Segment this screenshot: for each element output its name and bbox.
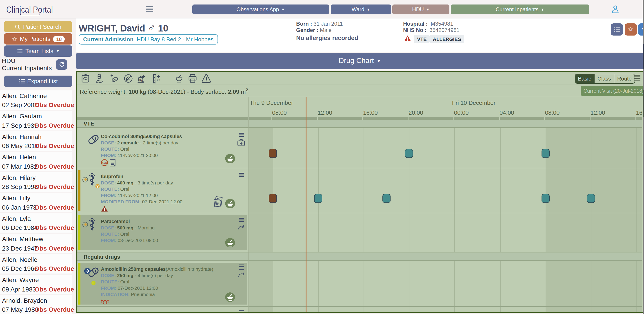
repeat-icon[interactable]	[238, 272, 245, 280]
pharmacy-mortar-icon[interactable]	[225, 154, 235, 165]
given-arrow-badge	[82, 221, 88, 229]
patient-list-status: Obs Overdue	[34, 101, 74, 108]
pharmacy-review-icon[interactable]	[174, 74, 184, 85]
documents-icon[interactable]	[214, 196, 224, 209]
drug-detail-line: DOSE: 2 capsule - 2 time(s) per day	[101, 139, 234, 146]
patient-banner: WRIGHT, David ♂ 10 Current Admission HDU…	[76, 19, 644, 52]
print-icon[interactable]	[188, 74, 197, 85]
patient-list-item[interactable]: Allen, Matthew23 Dec 1947Obs Overdue	[0, 234, 72, 253]
prescription-calendar-icon[interactable]	[81, 74, 90, 85]
dose-due[interactable]	[541, 149, 550, 158]
drug-chart-header[interactable]: Drug Chart▼	[76, 52, 644, 69]
row-menu-icon[interactable]	[239, 264, 244, 271]
patient-list-item[interactable]: Allen, Catherine02 Sep 2002Obs Overdue	[0, 90, 72, 110]
patient-list-name: Allen, Hilary	[2, 174, 36, 181]
patient-list-item[interactable]: Arnold, Brayden07 May 1989Obs Overdue	[0, 295, 72, 314]
drug-detail-line: ROUTE: Oral	[101, 230, 234, 237]
ward-button[interactable]: Ward▼	[331, 5, 391, 15]
patient-list-status: Obs Overdue	[34, 265, 74, 272]
favourite-button[interactable]: ☆	[624, 23, 636, 35]
patient-list-name: Allen, Helen	[2, 153, 36, 161]
patient-list-item[interactable]: Allen, Helen07 Mar 1982Obs Overdue	[0, 152, 72, 171]
patient-list-item[interactable]: Allen, Wayne09 Apr 1983Obs Overdue	[0, 275, 72, 294]
row-menu-icon[interactable]	[239, 172, 244, 178]
time-label: 16:00	[636, 109, 643, 116]
user-icon[interactable]	[611, 5, 619, 15]
chart-menu-icon[interactable]	[634, 75, 640, 82]
time-label: 16:00	[363, 109, 378, 116]
chart-warning-icon[interactable]	[201, 74, 211, 85]
patient-list-name: Allen, Noelle	[2, 256, 37, 263]
expand-list-button[interactable]: Expand List	[4, 76, 72, 87]
patient-list-dob: 09 Apr 1983	[2, 285, 36, 293]
first-aid-kit-icon[interactable]	[237, 139, 245, 148]
dose-due[interactable]	[314, 194, 322, 203]
patient-list-status: Obs Overdue	[34, 204, 74, 211]
priority-stripe	[78, 170, 80, 211]
patient-search-button[interactable]: Patient Search	[4, 21, 72, 32]
pharmacy-mortar-icon[interactable]	[225, 238, 235, 249]
search-icon	[15, 24, 20, 30]
refresh-icon	[59, 62, 64, 68]
hdu-button[interactable]: HDU▼	[392, 5, 450, 15]
dose-due[interactable]	[541, 194, 550, 203]
row-menu-icon[interactable]	[239, 132, 244, 138]
patient-list-item[interactable]: Allen, Lyla06 Dec 1984Obs Overdue	[0, 213, 72, 233]
pharmacy-mortar-icon[interactable]	[225, 292, 235, 304]
view-tab-route[interactable]: Route	[614, 74, 634, 83]
drug-cell[interactable]: ParacetamolDOSE: 500 mg - MorningROUTE: …	[78, 215, 247, 250]
patient-list-status: Obs Overdue	[34, 285, 74, 293]
row-menu-icon[interactable]	[239, 310, 244, 313]
add-height-icon[interactable]: cm	[152, 74, 162, 85]
admission-box[interactable]: Current Admission HDU Bay 8 Bed 2 - Mr H…	[79, 34, 218, 45]
dose-due[interactable]	[405, 149, 413, 158]
patient-list-item[interactable]: Allen, Noelle05 Dec 1966Obs Overdue	[0, 254, 72, 273]
row-menu-icon[interactable]	[239, 217, 244, 223]
repeat-icon[interactable]	[238, 224, 245, 232]
patient-list-item[interactable]: Allen, Gautam17 Sep 1939Obs Overdue	[0, 111, 72, 130]
drug-cell[interactable]: IbuprofenDOSE: 400 mg - 3 time(s) per da…	[78, 170, 247, 211]
svg-text:CD: CD	[102, 161, 107, 165]
patient-list-dob: 17 Sep 1939	[2, 122, 38, 129]
page-scrollbar[interactable]	[643, 0, 644, 314]
patient-list-dob: 23 Dec 1947	[2, 244, 38, 252]
star-icon: ☆	[12, 35, 17, 43]
drug-row: Amoxicillin 250mg capsules(Amoxicillin t…	[76, 261, 642, 307]
patient-list-status: Obs Overdue	[34, 122, 74, 129]
refresh-list-button[interactable]	[56, 59, 67, 70]
note-icon	[110, 159, 115, 168]
patient-list-name: Allen, Wayne	[2, 276, 39, 283]
suspend-medication-icon[interactable]	[123, 74, 133, 85]
pharmacy-mortar-icon[interactable]	[225, 199, 235, 210]
add-weight-icon[interactable]: Kg	[137, 74, 146, 85]
drug-cell[interactable]: Co-codamol 30mg/500mg capsulesDOSE: 2 ca…	[78, 130, 247, 166]
add-medication-icon[interactable]	[110, 74, 118, 85]
dispense-icon[interactable]	[95, 74, 104, 85]
view-tab-basic[interactable]: Basic	[575, 74, 594, 83]
main-menu-icon[interactable]	[146, 6, 153, 12]
top-header: Clinical Portal Observations App▼ Ward▼ …	[0, 0, 644, 19]
dose-due[interactable]	[587, 194, 595, 203]
team-lists-button[interactable]: Team Lists ▼	[4, 46, 72, 57]
current-inpatients-button[interactable]: Current Inpatients▼	[451, 5, 589, 15]
allergies-chip[interactable]: ALLERGIES	[430, 35, 464, 43]
observations-app-button[interactable]: Observations App▼	[192, 5, 329, 15]
svg-text:Kg: Kg	[139, 79, 143, 82]
patient-list-name: Allen, Hannah	[2, 133, 42, 140]
vte-chip[interactable]: VTE	[414, 35, 430, 43]
patient-list-item[interactable]: Allen, Hannah06 May 2011Obs Overdue	[0, 131, 72, 151]
drug-cell[interactable]: Atenolol 25mg tablets(Atenolol)	[78, 308, 247, 313]
dose-given[interactable]	[268, 194, 276, 203]
view-tab-class[interactable]: Class	[594, 74, 614, 83]
timeline-scroll-strip[interactable]	[76, 117, 642, 119]
patient-list-item[interactable]: Allen, Lilly06 Jan 1978Obs Overdue	[0, 193, 72, 212]
dose-given[interactable]	[268, 149, 276, 158]
drug-cell[interactable]: Amoxicillin 250mg capsules(Amoxicillin t…	[78, 263, 247, 304]
drug-warning-icon	[101, 205, 108, 213]
my-patients-button[interactable]: ☆ My Patients 18	[4, 33, 72, 45]
patient-list-view-button[interactable]	[611, 23, 623, 35]
dose-due[interactable]	[382, 194, 390, 203]
my-patients-count-badge: 18	[53, 36, 65, 42]
current-visit-button[interactable]: Current Visit (20-Jul-2018)▼	[580, 86, 643, 96]
patient-list-item[interactable]: Allen, Hilary28 Sep 1998Obs Overdue	[0, 172, 72, 192]
